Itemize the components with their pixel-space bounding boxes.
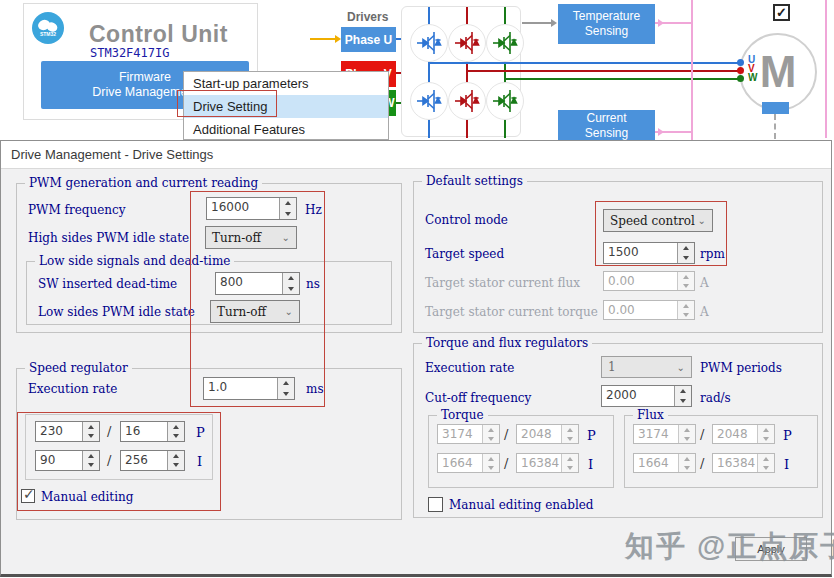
torque-p-num-spinner: 3174 [437,424,500,444]
temperature-sensing-checkbox[interactable]: ✓ [773,4,790,21]
spin-down-icon [562,434,578,443]
spin-down-icon[interactable] [278,389,294,400]
low-side-idle-combo[interactable]: Turn-off⌄ [210,300,300,323]
target-flux-spinner: 0.00 [603,271,695,291]
spinner-buttons[interactable] [282,273,299,294]
igbt-icon [410,24,448,62]
pwm-frequency-spinner[interactable]: 16000 [206,197,297,220]
spin-down-icon[interactable] [678,253,694,263]
sw-dead-time-value[interactable]: 800 [216,273,282,294]
target-speed-unit: rpm [700,247,725,261]
motor-wire-v [466,70,740,72]
spin-down-icon[interactable] [83,432,99,442]
speed-p-num-value[interactable]: 230 [36,422,82,441]
spin-up-icon[interactable] [278,378,294,389]
igbt-icon [486,82,524,120]
target-torque-spinner: 0.00 [603,300,695,320]
speed-p-den-spinner[interactable]: 16 [120,421,185,442]
combo-value: Turn-off [217,305,266,319]
menu-item-additional-features[interactable]: Additional Features [184,118,388,141]
spin-down-icon [758,463,774,472]
speed-i-num-spinner[interactable]: 90 [35,450,100,471]
cutoff-frequency-unit: rad/s [700,391,731,405]
spin-down-icon[interactable] [283,284,299,295]
manual-editing-enabled-checkbox[interactable] [428,497,443,512]
high-side-idle-label: High sides PWM idle state [28,231,189,245]
speed-p-den-value[interactable]: 16 [121,422,167,441]
high-side-idle-combo[interactable]: Turn-off⌄ [205,226,297,249]
pink-feedback-line [691,0,693,140]
spinner-buttons[interactable] [82,451,99,470]
motor-shaft-block [762,102,789,114]
torque-i-letter: I [588,457,593,472]
flux-p-den-spinner: 2048 [712,424,775,444]
speed-exec-rate-label: Execution rate [28,382,117,396]
slash-separator: / [107,453,111,468]
spinner-buttons[interactable] [677,243,694,263]
speed-exec-rate-value[interactable]: 1.0 [204,378,277,399]
spin-up-icon[interactable] [83,422,99,432]
spin-up-icon [562,454,578,463]
spinner-buttons[interactable] [277,378,294,399]
low-side-idle-label: Low sides PWM idle state [38,305,195,319]
yellow-arrow-icon [335,35,341,43]
group-title: Torque and flux regulators [422,336,592,350]
dialog-title: Drive Management - Drive Settings [1,141,831,169]
current-line1: Current [586,111,626,126]
spin-up-icon[interactable] [83,451,99,461]
torque-p-num-value: 3174 [438,425,482,443]
phase-u-box[interactable]: Phase U [341,27,396,52]
gray-wire [522,22,552,24]
spinner-buttons[interactable] [82,422,99,441]
spin-up-icon[interactable] [280,198,296,209]
menu-item-startup-parameters[interactable]: Start-up parameters [184,72,388,95]
current-sensing-box[interactable]: Current Sensing [558,110,655,142]
speed-p-num-spinner[interactable]: 230 [35,421,100,442]
speed-i-den-value[interactable]: 256 [121,451,167,470]
mcu-part-number: STM32F417IG [90,46,169,60]
spin-up-icon[interactable] [678,243,694,253]
spinner-buttons[interactable] [167,422,184,441]
group-title: Torque [437,408,488,422]
logo-text: STM32 [40,31,56,37]
spinner-buttons[interactable] [167,451,184,470]
manual-editing-checkbox[interactable] [21,489,35,503]
target-speed-value[interactable]: 1500 [604,243,677,263]
speed-i-num-value[interactable]: 90 [36,451,82,470]
flux-p-den-value: 2048 [713,425,757,443]
spin-up-icon[interactable] [168,422,184,432]
sw-dead-time-label: SW inserted dead-time [38,277,177,291]
spin-up-icon[interactable] [675,386,691,396]
control-mode-label: Control mode [425,213,508,227]
tf-exec-rate-combo[interactable]: 1⌄ [601,356,692,378]
pwm-frequency-value[interactable]: 16000 [207,198,279,219]
spinner-buttons[interactable] [674,386,691,406]
cutoff-frequency-value[interactable]: 2000 [602,386,674,406]
spin-up-icon[interactable] [283,273,299,284]
spin-down-icon[interactable] [83,461,99,471]
spin-up-icon [758,425,774,434]
target-speed-label: Target speed [425,247,504,261]
slash-separator: / [700,427,704,442]
speed-exec-rate-spinner[interactable]: 1.0 [203,377,295,400]
spin-down-icon[interactable] [168,432,184,442]
temperature-sensing-box[interactable]: Temperature Sensing [558,4,655,44]
spin-down-icon[interactable] [168,461,184,471]
spin-up-icon[interactable] [168,451,184,461]
speed-i-den-spinner[interactable]: 256 [120,450,185,471]
spin-down-icon[interactable] [675,396,691,406]
sw-dead-time-spinner[interactable]: 800 [215,272,300,295]
cutoff-frequency-spinner[interactable]: 2000 [601,385,692,407]
pink-arrow-icon [658,128,664,136]
target-speed-spinner[interactable]: 1500 [603,242,695,264]
menu-item-drive-setting[interactable]: Drive Setting [184,95,388,118]
spin-up-icon [562,425,578,434]
context-menu: Start-up parameters Drive Setting Additi… [183,71,389,140]
igbt-icon [448,82,486,120]
button-line2: Drive Management [92,85,198,100]
spinner-buttons[interactable] [279,198,296,219]
control-mode-combo[interactable]: Speed control⌄ [603,209,713,232]
slash-separator: / [504,427,508,442]
apply-button[interactable]: Apply [735,537,807,561]
spin-down-icon[interactable] [280,209,296,220]
